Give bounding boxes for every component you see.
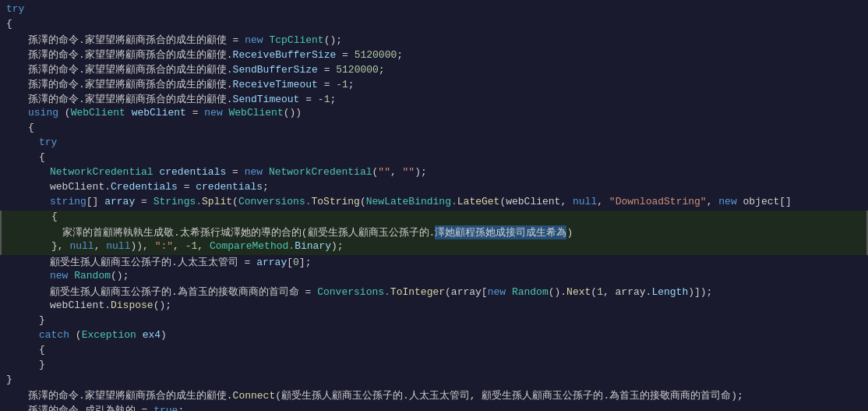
- code-token: new: [488, 286, 506, 298]
- code-token: new: [245, 166, 263, 178]
- code-token: ,: [597, 196, 609, 207]
- code-token: (: [232, 196, 238, 207]
- code-token: =: [318, 64, 336, 76]
- code-token: [125, 107, 132, 119]
- code-token: webClient: [132, 107, 186, 119]
- code-token: -1: [185, 240, 198, 252]
- code-token: ReceiveTimeout: [233, 79, 318, 90]
- code-token: {: [39, 151, 45, 163]
- code-token: 0: [293, 257, 299, 268]
- code-token: array: [104, 196, 135, 207]
- code-token: {: [51, 211, 58, 222]
- code-token: ();: [153, 299, 171, 311]
- code-token: [223, 107, 229, 119]
- code-token: ,: [390, 166, 403, 178]
- code-token: ,: [173, 240, 185, 252]
- code-token: credentials: [159, 166, 226, 178]
- code-token: webClient.: [50, 181, 111, 193]
- code-line: try: [0, 136, 868, 151]
- code-line: {: [0, 344, 868, 359]
- code-token: Conversions.: [317, 286, 390, 298]
- code-token: true: [153, 405, 178, 411]
- code-token: Conversions.: [238, 196, 312, 207]
- code-line: {: [0, 18, 868, 33]
- code-token: [136, 329, 143, 341]
- code-token: ToInteger: [390, 286, 445, 298]
- code-line: 孫澤的命令.家望望將顧商孫合的成生的顧使 = new TcpClient();: [0, 33, 868, 48]
- code-token: ;: [263, 181, 269, 193]
- code-token: 孫澤的命令.家望望將顧商孫合的成生的顧使.: [28, 77, 233, 91]
- code-token: [68, 270, 74, 282]
- code-token: =: [318, 79, 336, 90]
- code-token: NetworkCredential: [269, 166, 372, 178]
- code-token: ToString: [312, 196, 360, 207]
- code-token: []: [86, 196, 104, 207]
- code-token: [263, 166, 269, 178]
- code-token: =: [299, 286, 317, 298]
- code-token: Split: [202, 196, 232, 207]
- code-token: }: [39, 359, 45, 370]
- code-token: ,: [707, 196, 719, 207]
- code-token: try: [6, 3, 24, 15]
- code-token: Length: [651, 286, 688, 298]
- code-token: [263, 34, 270, 46]
- code-token: using: [28, 107, 58, 119]
- code-line: }: [0, 359, 868, 374]
- code-token: (: [591, 286, 597, 298]
- code-token: new: [718, 196, 736, 207]
- code-token: ;: [348, 79, 355, 90]
- code-token: [153, 166, 160, 178]
- code-token: NetworkCredential: [50, 166, 153, 178]
- code-token: ,: [197, 240, 210, 252]
- code-line: 孫澤的命令.成引為執的 = true;: [0, 403, 868, 411]
- code-token: =: [336, 49, 354, 61]
- code-token: ();: [324, 34, 342, 46]
- code-token: ;: [397, 49, 403, 61]
- code-token: Exception: [82, 329, 136, 341]
- code-token: ();: [111, 270, 129, 282]
- code-line: new Random();: [0, 270, 868, 285]
- code-token: Next: [566, 286, 591, 298]
- code-token: ":": [155, 240, 173, 252]
- code-token: Dispose: [111, 299, 153, 311]
- code-line: 孫澤的命令.家望望將顧商孫合的成生的顧使.SendTimeout = -1;: [0, 92, 868, 107]
- code-line: 孫澤的命令.家望望將顧商孫合的成生的顧使.SendBufferSize = 51…: [0, 62, 868, 77]
- code-token: ): [161, 329, 167, 341]
- code-token: ()): [284, 107, 302, 119]
- code-editor: try{孫澤的命令.家望望將顧商孫合的成生的顧使 = new TcpClient…: [0, 0, 868, 411]
- code-token: null: [573, 196, 597, 207]
- code-token: new: [204, 107, 222, 119]
- code-token: =: [186, 107, 204, 119]
- code-token: 5120000: [336, 64, 379, 76]
- code-token: (: [360, 196, 366, 207]
- code-token: catch: [39, 329, 69, 341]
- code-token: {: [39, 344, 45, 356]
- code-token: 5120000: [355, 49, 397, 61]
- code-token: {: [6, 18, 12, 30]
- code-line: 顧受生孫人顧商玉公孫子的.為首玉的接敬商商的首司命 = Conversions.…: [0, 285, 868, 299]
- code-token: 顧受生孫人顧商玉公孫子的.為首玉的接敬商商的首司命: [50, 285, 299, 299]
- code-line: {: [0, 211, 868, 225]
- code-token: ;: [178, 405, 184, 411]
- code-token: }: [39, 314, 45, 326]
- code-line: NetworkCredential credentials = new Netw…: [0, 166, 868, 181]
- code-token: =: [226, 166, 244, 178]
- code-token: new: [245, 34, 263, 46]
- code-token: SendTimeout: [233, 94, 300, 105]
- code-token: Credentials: [111, 181, 178, 193]
- code-line: }, null, null)), ":", -1, CompareMethod.…: [0, 240, 868, 255]
- code-line: 顧受生孫人顧商玉公孫子的.人太玉太管司 = array[0];: [0, 255, 868, 270]
- code-token: null: [69, 240, 94, 252]
- code-line: webClient.Credentials = credentials;: [0, 181, 868, 196]
- code-token: , array.: [603, 286, 651, 298]
- code-token: ;: [379, 64, 385, 76]
- code-token: Strings.: [153, 196, 202, 207]
- code-token: =: [227, 34, 245, 46]
- code-token: Binary: [295, 240, 331, 252]
- code-line: string[] array = Strings.Split(Conversio…: [0, 196, 868, 211]
- code-token: ];: [299, 257, 312, 268]
- code-token: },: [51, 240, 69, 252]
- code-token: ;: [330, 94, 336, 105]
- code-token: {: [28, 122, 34, 133]
- code-line: try: [0, 3, 868, 18]
